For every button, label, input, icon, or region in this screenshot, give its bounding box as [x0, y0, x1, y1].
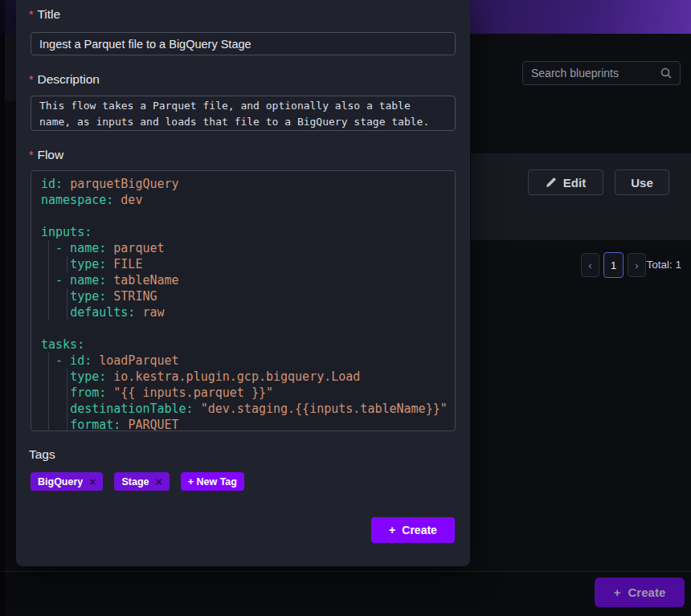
flow-code: id: parquetBigQuerynamespace: dev inputs…: [41, 176, 445, 431]
tags-field-label: Tags: [29, 447, 55, 462]
footer-create-button[interactable]: + Create: [595, 577, 685, 607]
code-line: - name: parquet: [41, 240, 445, 256]
search-input[interactable]: Search blueprints: [522, 61, 681, 85]
new-tag-button[interactable]: + New Tag: [181, 472, 244, 491]
code-line: destinationTable: "dev.staging.{{inputs.…: [41, 401, 445, 417]
code-line: - id: loadParquet: [41, 353, 445, 369]
blueprint-card: [471, 153, 691, 240]
left-rail: [0, 0, 5, 616]
plus-icon: +: [389, 524, 395, 536]
page: Search blueprints Edit Use ‹ 1 › Total: …: [0, 0, 691, 616]
pagination-next-button[interactable]: ›: [628, 253, 646, 277]
title-field-label: * Title: [29, 7, 60, 22]
edit-button[interactable]: Edit: [528, 169, 603, 195]
description-input[interactable]: This flow takes a Parquet file, and opti…: [31, 96, 456, 131]
required-asterisk: *: [29, 72, 33, 87]
code-line: type: FILE: [41, 256, 445, 272]
code-line: format: PARQUET: [41, 417, 445, 431]
plus-icon: +: [614, 585, 621, 599]
flow-field-label: * Flow: [29, 148, 63, 162]
tag-chip-bigquery[interactable]: BigQuery ×: [31, 472, 103, 491]
modal-create-label: Create: [402, 524, 437, 536]
footer: + Create: [0, 572, 691, 616]
code-line: inputs:: [41, 224, 445, 240]
code-line: [41, 208, 445, 224]
pagination: ‹ 1 ›: [581, 252, 646, 278]
search-placeholder: Search blueprints: [531, 67, 660, 80]
code-line: [41, 320, 445, 337]
code-line: type: io.kestra.plugin.gcp.bigquery.Load: [41, 369, 445, 385]
pagination-total: Total: 1: [646, 259, 681, 271]
modal-create-button[interactable]: + Create: [371, 517, 455, 543]
code-line: tasks:: [41, 337, 445, 353]
use-button[interactable]: Use: [615, 169, 669, 195]
remove-tag-icon[interactable]: ×: [156, 476, 162, 487]
required-asterisk: *: [29, 148, 33, 162]
edit-button-label: Edit: [563, 176, 586, 190]
use-button-label: Use: [631, 176, 653, 190]
code-line: type: STRING: [41, 288, 445, 304]
tag-label: BigQuery: [38, 476, 83, 487]
code-line: from: "{{ inputs.parquet }}": [41, 385, 445, 401]
page-number: 1: [611, 259, 616, 271]
new-tag-label: + New Tag: [188, 476, 237, 487]
required-asterisk: *: [29, 7, 33, 22]
chevron-right-icon: ›: [635, 259, 638, 271]
remove-tag-icon[interactable]: ×: [89, 476, 96, 487]
pagination-prev-button[interactable]: ‹: [581, 253, 599, 277]
footer-create-label: Create: [628, 585, 666, 599]
title-input[interactable]: [31, 32, 456, 55]
code-line: - name: tableName: [41, 272, 445, 288]
search-icon: [660, 67, 672, 79]
pencil-icon: [546, 177, 557, 188]
code-line: id: parquetBigQuery: [41, 176, 445, 192]
tag-chip-stage[interactable]: Stage ×: [114, 472, 169, 491]
code-line: namespace: dev: [41, 192, 445, 208]
tag-label: Stage: [121, 476, 149, 487]
code-line: defaults: raw: [41, 304, 445, 320]
description-field-label: * Description: [29, 72, 100, 87]
flow-label-text: Flow: [37, 148, 63, 162]
flow-code-editor[interactable]: id: parquetBigQuerynamespace: dev inputs…: [31, 170, 456, 431]
chevron-left-icon: ‹: [588, 259, 591, 271]
tags-list: BigQuery × Stage × + New Tag: [31, 472, 244, 491]
title-label-text: Title: [37, 7, 60, 22]
create-blueprint-modal: * Title * Description This flow takes a …: [16, 0, 470, 566]
sidebar-edge: [5, 34, 16, 101]
description-label-text: Description: [37, 72, 100, 87]
pagination-current-page[interactable]: 1: [603, 252, 624, 278]
